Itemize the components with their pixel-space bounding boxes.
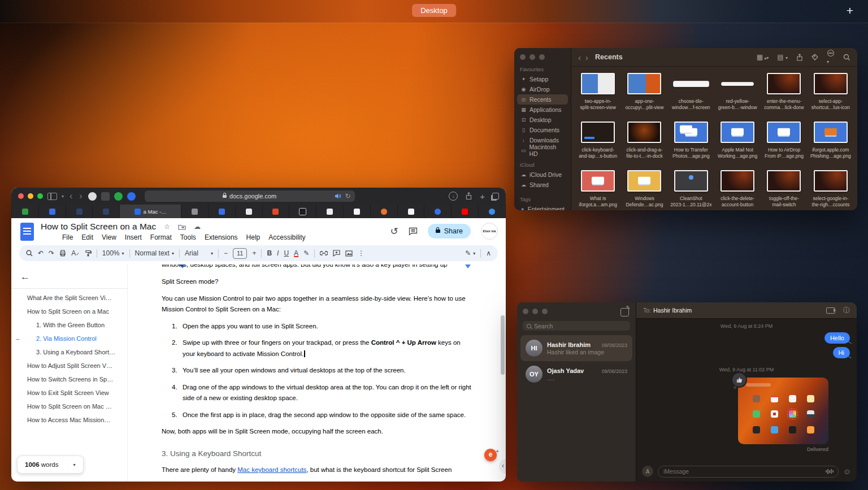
- menu-insert[interactable]: Insert: [125, 233, 142, 241]
- sidebar-item-icloud-drive[interactable]: ☁iCloud Drive: [517, 170, 568, 180]
- tag-icon[interactable]: [811, 54, 818, 60]
- outline-item[interactable]: 1. With the Green Button: [11, 318, 127, 332]
- video-call-icon[interactable]: [826, 307, 835, 314]
- search-icon[interactable]: [843, 54, 850, 61]
- cloud-status-icon[interactable]: ☁: [194, 223, 201, 231]
- extension-icon[interactable]: [127, 192, 136, 201]
- back-button[interactable]: ‹: [578, 53, 581, 62]
- desktop-space-button[interactable]: Desktop: [412, 4, 456, 17]
- version-history-icon[interactable]: ↺: [390, 226, 398, 237]
- audio-message-icon[interactable]: [826, 469, 834, 474]
- font-select[interactable]: Arial▾: [185, 249, 213, 257]
- print-icon[interactable]: [59, 250, 66, 257]
- outline-item[interactable]: How to Access Mac Mission…: [11, 413, 127, 427]
- browser-tab-active[interactable]: a Mac -…: [120, 205, 181, 218]
- address-bar[interactable]: docs.google.com ↻: [145, 190, 355, 202]
- menu-accessibility[interactable]: Accessibility: [268, 233, 305, 241]
- sidebar-item-documents[interactable]: ▯Documents: [517, 125, 568, 135]
- add-comment-icon[interactable]: [333, 250, 340, 257]
- add-space-button[interactable]: +: [847, 3, 853, 18]
- account-avatar[interactable]: Elixir Ink: [481, 223, 498, 240]
- redo-icon[interactable]: ↷: [49, 249, 54, 257]
- scrollbar-thumb[interactable]: [501, 315, 505, 375]
- message-input[interactable]: iMessage: [658, 466, 839, 478]
- zoom-select[interactable]: 100%▾: [102, 249, 124, 257]
- document-title[interactable]: How to Split Screen on a Mac: [41, 222, 156, 232]
- safari-traffic-lights[interactable]: [18, 193, 43, 199]
- sidebar-item-airdrop[interactable]: ◉AirDrop: [517, 84, 568, 94]
- attachment-image[interactable]: [738, 378, 828, 444]
- increase-font-icon[interactable]: +: [252, 249, 256, 257]
- forward-button[interactable]: ›: [585, 53, 588, 62]
- sidebar-chevron-icon[interactable]: ▾: [62, 194, 64, 199]
- font-size-input[interactable]: 11: [233, 248, 247, 259]
- conversation-item[interactable]: OY Ojash Yadav09/08/2023 ….: [520, 361, 632, 387]
- more-actions-icon[interactable]: ▾: [827, 49, 835, 65]
- downloads-icon[interactable]: ↓: [449, 192, 458, 201]
- file-item[interactable]: How to TransferPhotos…age.png: [668, 121, 714, 162]
- file-item[interactable]: iforgot.apple.comPhishing…age.png: [808, 121, 854, 162]
- outline-item[interactable]: How to Exit Split Screen View: [11, 386, 127, 400]
- document-canvas[interactable]: windows, desktop spaces, and full screen…: [128, 264, 506, 482]
- close-outline-icon[interactable]: ←: [20, 271, 127, 283]
- bold-icon[interactable]: B: [267, 249, 272, 257]
- messages-traffic-lights[interactable]: [517, 302, 636, 314]
- outline-item-active[interactable]: 2. Via Mission Control: [11, 332, 127, 345]
- sidebar-item-desktop[interactable]: ⊡Desktop: [517, 115, 568, 125]
- paint-format-icon[interactable]: [85, 250, 92, 257]
- sidebar-item-setapp[interactable]: ✦Setapp: [517, 74, 568, 84]
- browser-tab[interactable]: [424, 205, 451, 218]
- share-icon[interactable]: [465, 192, 472, 200]
- menu-format[interactable]: Format: [150, 233, 172, 241]
- outline-item[interactable]: How to Split Screen on a Mac: [11, 305, 127, 318]
- thumbs-up-tapback[interactable]: [731, 372, 747, 388]
- file-item[interactable]: CleanShot2023-1…20.11@2x: [668, 170, 714, 210]
- menu-extensions[interactable]: Extensions: [205, 233, 238, 241]
- search-field[interactable]: Search: [523, 321, 630, 331]
- google-docs-icon[interactable]: [20, 223, 34, 241]
- file-item[interactable]: select-app-shortcut…lus-icon: [808, 72, 854, 113]
- message-bubble[interactable]: Hello: [824, 332, 850, 344]
- finder-traffic-lights[interactable]: [514, 48, 571, 60]
- file-item[interactable]: app-one-occupyi…plit-view: [621, 72, 667, 113]
- sidebar-toggle-icon[interactable]: [47, 193, 57, 200]
- file-item[interactable]: enter-the-menu-comma…lick-done: [761, 72, 807, 113]
- browser-tab[interactable]: [12, 205, 38, 218]
- extension-icon[interactable]: [114, 192, 123, 201]
- spellcheck-icon[interactable]: A✓: [71, 249, 80, 257]
- browser-tab[interactable]: [398, 205, 424, 218]
- conversation-item[interactable]: HI Hashir Ibrahim09/08/2023 Hashir liked…: [520, 335, 632, 361]
- view-options-icon[interactable]: ▦ ▴▾: [757, 53, 769, 61]
- compose-icon[interactable]: [620, 308, 629, 316]
- forward-button[interactable]: ›: [79, 191, 82, 201]
- sidebar-item-shared[interactable]: ☁Shared: [517, 180, 568, 190]
- file-item[interactable]: Apple Mail NotWorking…age.png: [714, 121, 761, 162]
- browser-tab[interactable]: [39, 205, 66, 218]
- outline-item[interactable]: How to Split Screen on Mac …: [11, 400, 127, 413]
- tab-overview-icon[interactable]: [492, 193, 499, 200]
- browser-tab[interactable]: [263, 205, 289, 218]
- sidebar-item-applications[interactable]: ▦Applications: [517, 105, 568, 115]
- file-item[interactable]: click-keyboard-and-tap…s-button: [575, 121, 621, 162]
- file-item[interactable]: How to AirDropFrom iP…age.png: [761, 121, 807, 162]
- hyperlink[interactable]: Mac keyboard shortcuts: [237, 466, 306, 473]
- editing-mode-select[interactable]: ✎▾: [465, 249, 475, 257]
- shield-extension-icon[interactable]: [101, 192, 110, 201]
- browser-tab[interactable]: [479, 205, 505, 218]
- word-count-badge[interactable]: 1006 words▾: [17, 456, 84, 474]
- insert-image-icon[interactable]: [345, 250, 353, 257]
- move-folder-icon[interactable]: [178, 224, 186, 230]
- outline-item[interactable]: How to Switch Screens in Sp…: [11, 372, 127, 386]
- more-tools-icon[interactable]: ⋮: [358, 249, 364, 257]
- decrease-font-icon[interactable]: −: [224, 249, 228, 257]
- new-tab-icon[interactable]: +: [480, 192, 485, 201]
- browser-tab[interactable]: [344, 205, 370, 218]
- paragraph-style-select[interactable]: Normal text▾: [135, 249, 174, 257]
- undo-icon[interactable]: ↶: [38, 249, 44, 257]
- browser-tab[interactable]: [371, 205, 397, 218]
- browser-tab[interactable]: [452, 205, 478, 218]
- emoji-picker-icon[interactable]: ☺: [843, 467, 851, 476]
- sidebar-item-macintosh-hd[interactable]: ▭Macintosh HD: [517, 145, 568, 155]
- collapse-panel-chevron[interactable]: ‹: [499, 459, 506, 474]
- sidebar-item-entertainment[interactable]: ●Entertainment: [517, 204, 568, 210]
